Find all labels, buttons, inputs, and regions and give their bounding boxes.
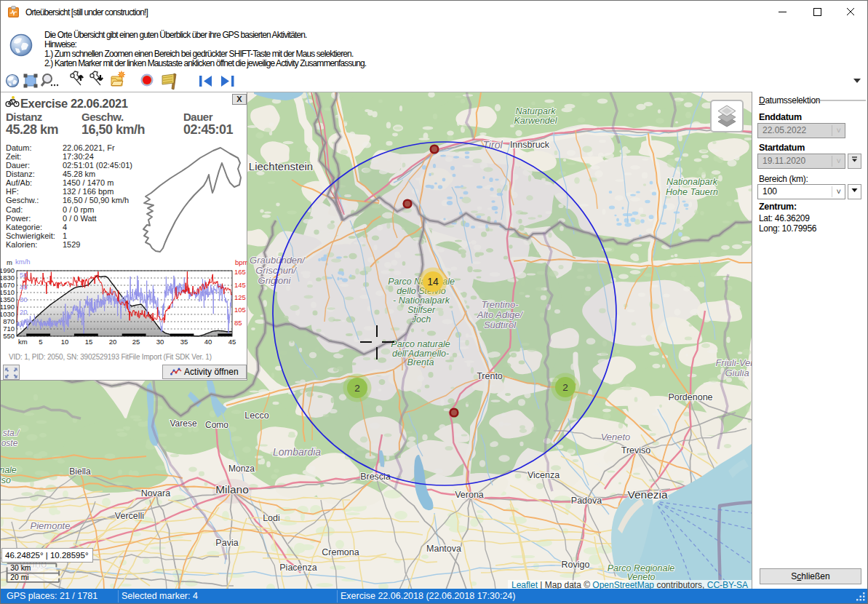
svg-text:Rovigo: Rovigo — [562, 560, 590, 570]
svg-text:Veneto: Veneto — [601, 432, 631, 442]
svg-text:Verona: Verona — [455, 490, 484, 500]
svg-text:20: 20 — [109, 338, 117, 346]
svg-text:Pordenone: Pordenone — [668, 392, 712, 402]
svg-text:Varese: Varese — [170, 418, 196, 429]
svg-text:40: 40 — [204, 338, 212, 346]
svg-text:145: 145 — [234, 281, 246, 289]
svg-text:2: 2 — [354, 383, 360, 394]
svg-text:Vercelli: Vercelli — [115, 511, 144, 521]
svg-text:m: m — [7, 258, 12, 266]
svg-text:Milano: Milano — [215, 483, 249, 496]
svg-text:Pavia: Pavia — [215, 538, 238, 548]
svg-text:Mantova: Mantova — [426, 544, 461, 554]
svg-text:15: 15 — [85, 338, 93, 346]
svg-text:Liechtenstein: Liechtenstein — [249, 160, 313, 172]
svg-text:5: 5 — [39, 338, 42, 346]
svg-text:40: 40 — [20, 283, 28, 291]
svg-text:50: 50 — [20, 271, 28, 279]
svg-text:25: 25 — [132, 338, 140, 346]
svg-text:Karwendel: Karwendel — [514, 116, 557, 126]
svg-text:45: 45 — [228, 338, 236, 346]
svg-text:30: 30 — [20, 295, 28, 303]
svg-text:Monza: Monza — [228, 464, 255, 474]
svg-text:Piemonte: Piemonte — [31, 520, 71, 531]
svg-text:Padova: Padova — [571, 496, 602, 506]
svg-text:105: 105 — [234, 306, 246, 314]
svg-text:Innsbruck: Innsbruck — [510, 140, 550, 150]
svg-text:Piacenza: Piacenza — [279, 563, 316, 573]
svg-text:iso: iso — [1, 475, 11, 485]
svg-text:14: 14 — [427, 276, 439, 287]
svg-text:Cremona: Cremona — [322, 547, 359, 557]
svg-text:Nationalpark: Nationalpark — [666, 177, 718, 187]
svg-text:Treviso: Treviso — [621, 445, 651, 456]
svg-text:30 km: 30 km — [10, 564, 31, 572]
svg-text:Como: Como — [205, 420, 228, 430]
svg-text:35: 35 — [180, 338, 188, 346]
svg-text:Lecco: Lecco — [244, 410, 268, 421]
svg-text:550: 550 — [3, 332, 15, 340]
svg-text:bpm: bpm — [235, 258, 247, 266]
svg-text:Lombardia: Lombardia — [273, 446, 321, 458]
svg-text:2: 2 — [562, 382, 568, 393]
svg-text:30: 30 — [156, 338, 164, 346]
svg-text:20: 20 — [20, 308, 28, 316]
svg-text:sta./: sta./ — [3, 428, 20, 438]
svg-text:oste: oste — [1, 438, 18, 448]
svg-text:85: 85 — [234, 319, 242, 327]
svg-text:Venezia: Venezia — [627, 488, 668, 501]
svg-text:Giulia: Giulia — [725, 367, 749, 378]
svg-text:165: 165 — [234, 268, 246, 276]
svg-text:10: 10 — [61, 338, 69, 346]
svg-text:Biella: Biella — [69, 466, 91, 477]
svg-text:20 mi: 20 mi — [10, 573, 28, 581]
svg-text:125: 125 — [234, 293, 246, 301]
svg-text:Lodi: Lodi — [263, 513, 280, 523]
svg-text:km: km — [18, 338, 28, 346]
svg-text:Friuli-Ven: Friuli-Ven — [715, 357, 752, 368]
svg-text:Naturpark: Naturpark — [516, 106, 557, 116]
svg-text:Novara: Novara — [141, 488, 170, 498]
svg-text:km/h: km/h — [15, 258, 31, 266]
svg-text:Vicenza: Vicenza — [527, 470, 560, 480]
svg-text:Hohe Tauern: Hohe Tauern — [666, 187, 718, 197]
svg-text:nale: nale — [1, 465, 17, 475]
